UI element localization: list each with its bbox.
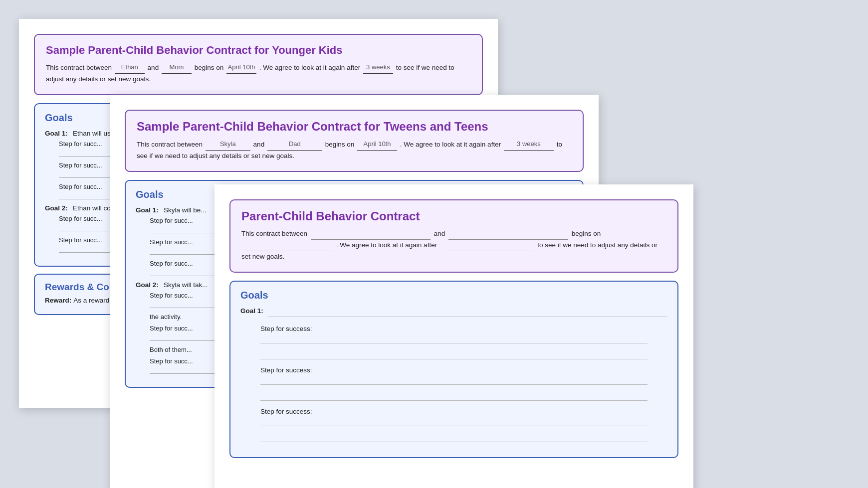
page3-step2-label: Step for success:: [260, 366, 667, 374]
page3-title: Parent-Child Behavior Contract: [241, 209, 666, 223]
page2-title: Sample Parent-Child Behavior Contract fo…: [137, 120, 572, 134]
page3-goal1-label: Goal 1:: [240, 307, 266, 315]
page2-agree: . We agree to look at it again after: [400, 141, 501, 148]
page1-agree: . We agree to look at it again after: [259, 64, 360, 71]
page3-step3-line1: [260, 417, 648, 426]
page2-intro-line: This contract between Skyla and Dad begi…: [137, 139, 572, 162]
page3-step3-label: Step for success:: [260, 408, 667, 415]
page2-date: April 10th: [357, 139, 397, 151]
page1-reward-label: Reward:: [45, 297, 71, 304]
page2-goal2-label: Goal 2:: [136, 281, 162, 289]
page3-person1-blank: [311, 239, 431, 240]
page1-duration: 3 weeks: [363, 62, 393, 74]
page3-header: Parent-Child Behavior Contract This cont…: [229, 199, 678, 273]
page2-goal1-label: Goal 1:: [136, 206, 162, 214]
page1-goal2-label: Goal 2:: [45, 204, 71, 212]
page3-goal1-line: Goal 1:: [240, 307, 667, 322]
page2-person2: Dad: [267, 139, 322, 151]
page3-goal1-blank: [268, 308, 667, 317]
page3-person2-blank: [448, 239, 568, 240]
page3-step1-line2: [260, 350, 648, 359]
page-3: Parent-Child Behavior Contract This cont…: [215, 184, 693, 488]
page1-header: Sample Parent-Child Behavior Contract fo…: [34, 34, 483, 95]
page3-step1-label: Step for success:: [260, 325, 667, 332]
page1-intro: This contract between: [46, 64, 112, 71]
page3-step2-line2: [260, 392, 648, 401]
page1-reward-text: As a reward...: [73, 297, 115, 304]
page2-header: Sample Parent-Child Behavior Contract fo…: [125, 110, 584, 172]
page1-date: April 10th: [226, 62, 256, 74]
page1-intro-line: This contract between Ethan and Mom begi…: [46, 62, 471, 85]
page2-goal1-text: Skyla will be...: [164, 206, 207, 214]
page3-step1-line1: [260, 334, 648, 343]
page2-begins: begins on: [325, 141, 355, 148]
page1-and: and: [148, 64, 159, 71]
page3-agree: . We agree to look at it again after: [336, 241, 437, 249]
page2-and: and: [253, 141, 265, 148]
page3-goals-section: Goals Goal 1: Step for success: Step for…: [229, 281, 678, 458]
page1-goal1-label: Goal 1:: [45, 130, 71, 137]
page3-duration-blank: [444, 251, 534, 251]
page3-and: and: [434, 230, 445, 237]
page2-goal2-text: Skyla will tak...: [164, 281, 208, 289]
page1-begins: begins on: [195, 64, 224, 71]
page3-step2-line1: [260, 376, 648, 385]
page3-step3-line2: [260, 433, 648, 442]
page1-person1: Ethan: [115, 62, 145, 74]
page3-begins: begins on: [572, 230, 601, 237]
page3-date-blank: [243, 251, 333, 251]
page1-title: Sample Parent-Child Behavior Contract fo…: [46, 44, 471, 57]
page1-person2: Mom: [162, 62, 192, 74]
page2-person1: Skyla: [206, 139, 250, 151]
page3-goals-title: Goals: [240, 290, 667, 301]
page2-intro: This contract between: [137, 141, 203, 148]
page2-duration: 3 weeks: [504, 139, 554, 151]
page3-intro: This contract between: [241, 230, 307, 237]
page3-intro-line: This contract between and begins on . We…: [241, 228, 666, 263]
